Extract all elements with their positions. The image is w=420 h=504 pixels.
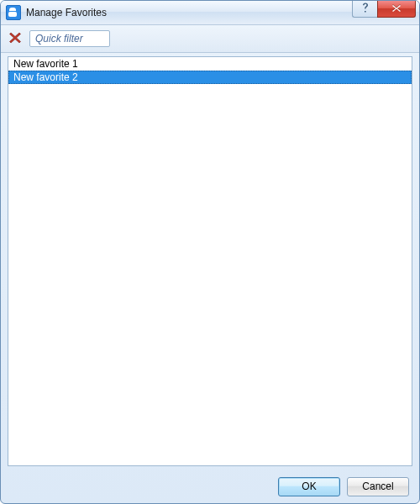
cancel-button[interactable]: Cancel	[347, 477, 409, 496]
favorites-list[interactable]: New favorite 1New favorite 2	[8, 56, 412, 466]
ok-button[interactable]: OK	[278, 477, 340, 496]
delete-x-icon	[8, 30, 23, 48]
help-icon	[361, 3, 370, 15]
dialog-window: Manage Favorites	[0, 0, 420, 504]
quick-filter-input[interactable]	[29, 30, 110, 47]
dialog-footer: OK Cancel	[1, 470, 419, 503]
delete-button[interactable]	[6, 29, 24, 48]
list-item[interactable]: New favorite 1	[8, 57, 412, 71]
window-buttons	[352, 1, 419, 24]
title-bar: Manage Favorites	[1, 1, 419, 25]
close-icon	[391, 3, 402, 15]
help-button[interactable]	[352, 1, 377, 18]
window-title: Manage Favorites	[26, 7, 352, 18]
cancel-button-label: Cancel	[362, 480, 393, 492]
person-icon	[6, 5, 21, 20]
ok-button-label: OK	[302, 480, 316, 492]
toolbar	[1, 25, 419, 53]
close-button[interactable]	[377, 1, 416, 18]
list-item[interactable]: New favorite 2	[8, 71, 412, 84]
